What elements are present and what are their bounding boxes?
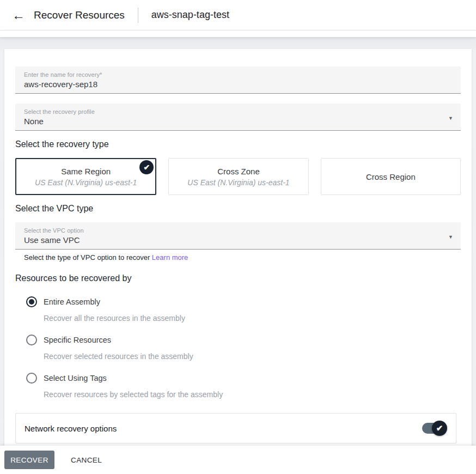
back-arrow-icon[interactable]: ← [12, 9, 25, 22]
network-options-row: Network recovery options ✔ [16, 414, 456, 443]
action-footer: RECOVER CANCEL [0, 446, 476, 474]
option-title: Same Region [61, 167, 111, 176]
radio-item-specific-resources: Specific Resources Recover selected reso… [15, 335, 461, 361]
learn-more-link[interactable]: Learn more [152, 253, 188, 262]
recovery-type-cross-region[interactable]: Cross Region [321, 158, 461, 195]
page-header: ← Recover Resources aws-snap-tag-test [0, 0, 476, 31]
radio-selected-icon[interactable] [26, 296, 37, 307]
recovery-name-value: aws-recovery-sep18 [24, 80, 442, 89]
vpc-type-heading: Select the VPC type [15, 204, 461, 214]
radio-item-entire-assembly: Entire Assembly Recover all the resource… [15, 296, 461, 323]
option-subtitle: US East (N.Virginia) us-east-1 [35, 178, 137, 187]
vpc-helper-label: Select the type of VPC option to recover [24, 253, 152, 262]
chevron-down-icon[interactable]: ▼ [448, 116, 453, 121]
selected-check-icon: ✔ [139, 160, 154, 174]
cancel-button[interactable]: CANCEL [71, 456, 102, 464]
recovery-profile-value: None [24, 117, 442, 126]
radio-description: Recover resources by selected tags for t… [44, 390, 461, 399]
chevron-down-icon[interactable]: ▼ [448, 234, 453, 240]
recover-button[interactable]: RECOVER [4, 451, 54, 469]
network-options-label: Network recovery options [25, 424, 117, 433]
radio-select-using-tags[interactable]: Select Using Tags [15, 373, 461, 384]
network-options-panel: Network recovery options ✔ [15, 413, 456, 443]
radio-description: Recover selected resources in the assemb… [44, 352, 461, 361]
vpc-option-select[interactable]: Select the VPC option Use same VPC ▼ [15, 222, 461, 250]
radio-unselected-icon[interactable] [26, 373, 37, 384]
page-title: Recover Resources [34, 9, 125, 21]
recovery-type-cross-zone[interactable]: Cross Zone US East (N.Virginia) us-east-… [168, 158, 308, 195]
radio-label: Select Using Tags [44, 374, 107, 382]
radio-item-select-using-tags: Select Using Tags Recover resources by s… [15, 373, 461, 399]
option-subtitle: US East (N.Virginia) us-east-1 [187, 178, 289, 187]
radio-unselected-icon[interactable] [26, 335, 37, 345]
radio-label: Specific Resources [44, 336, 111, 344]
recovery-type-same-region[interactable]: Same Region US East (N.Virginia) us-east… [15, 158, 156, 195]
resources-heading: Resources to be recovered by [15, 274, 461, 283]
recovery-profile-label: Select the recovery profile [24, 108, 442, 115]
radio-description: Recover all the resources in the assembl… [44, 314, 461, 323]
assembly-name: aws-snap-tag-test [151, 9, 229, 21]
recovery-type-heading: Select the recovery type [15, 139, 461, 149]
recover-resources-page: ← Recover Resources aws-snap-tag-test En… [0, 0, 476, 474]
vpc-helper-text: Select the type of VPC option to recover… [15, 253, 461, 262]
recovery-form-card: Enter the name for recovery* aws-recover… [4, 49, 472, 474]
option-title: Cross Zone [217, 167, 260, 176]
vpc-option-label: Select the VPC option [24, 227, 442, 234]
toggle-check-icon: ✔ [432, 421, 447, 436]
option-title: Cross Region [366, 172, 416, 181]
title-divider [138, 8, 138, 23]
radio-entire-assembly[interactable]: Entire Assembly [15, 296, 461, 307]
radio-specific-resources[interactable]: Specific Resources [15, 335, 461, 345]
radio-label: Entire Assembly [44, 297, 100, 306]
vpc-option-value: Use same VPC [24, 235, 442, 245]
content-area: Enter the name for recovery* aws-recover… [0, 37, 476, 474]
recovery-type-options: Same Region US East (N.Virginia) us-east… [15, 158, 461, 195]
recovery-name-field[interactable]: Enter the name for recovery* aws-recover… [15, 66, 461, 94]
recovery-profile-select[interactable]: Select the recovery profile None ▼ [15, 104, 461, 131]
header-shadow-strip [0, 31, 476, 37]
network-options-toggle[interactable]: ✔ [422, 421, 447, 436]
resources-radio-group: Entire Assembly Recover all the resource… [15, 296, 461, 399]
recovery-name-label: Enter the name for recovery* [24, 71, 442, 78]
